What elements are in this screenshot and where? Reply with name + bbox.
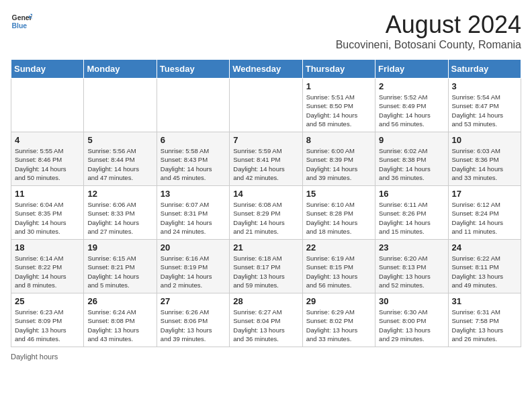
- day-info: Sunrise: 6:03 AM Sunset: 8:36 PM Dayligh…: [452, 146, 517, 182]
- calendar-cell: 4Sunrise: 5:55 AM Sunset: 8:46 PM Daylig…: [11, 132, 84, 186]
- day-info: Sunrise: 5:52 AM Sunset: 8:49 PM Dayligh…: [379, 93, 444, 128]
- day-number: 2: [379, 81, 444, 91]
- day-number: 13: [161, 189, 226, 199]
- calendar-cell: 6Sunrise: 5:58 AM Sunset: 8:43 PM Daylig…: [157, 132, 229, 186]
- day-number: 17: [452, 189, 517, 199]
- day-info: Sunrise: 6:27 AM Sunset: 8:04 PM Dayligh…: [233, 308, 298, 343]
- footer-note: Daylight hours: [11, 353, 521, 361]
- week-row-3: 11Sunrise: 6:04 AM Sunset: 8:35 PM Dayli…: [11, 186, 521, 240]
- logo-icon: General Blue: [11, 11, 32, 32]
- day-number: 23: [379, 242, 444, 253]
- day-info: Sunrise: 6:12 AM Sunset: 8:24 PM Dayligh…: [452, 200, 517, 236]
- day-number: 9: [379, 135, 444, 145]
- day-number: 29: [306, 296, 371, 306]
- calendar-cell: 7Sunrise: 5:59 AM Sunset: 8:41 PM Daylig…: [230, 132, 302, 186]
- calendar-cell: 17Sunrise: 6:12 AM Sunset: 8:24 PM Dayli…: [448, 186, 521, 240]
- calendar-cell: 30Sunrise: 6:30 AM Sunset: 8:00 PM Dayli…: [375, 293, 448, 347]
- day-number: 22: [306, 242, 371, 253]
- day-number: 14: [233, 189, 298, 199]
- calendar-cell: 9Sunrise: 6:02 AM Sunset: 8:38 PM Daylig…: [375, 132, 448, 186]
- calendar-cell: 11Sunrise: 6:04 AM Sunset: 8:35 PM Dayli…: [11, 186, 84, 240]
- day-header-saturday: Saturday: [448, 60, 521, 79]
- day-number: 26: [87, 296, 152, 306]
- day-info: Sunrise: 6:00 AM Sunset: 8:39 PM Dayligh…: [306, 146, 371, 182]
- logo: General Blue: [11, 11, 32, 32]
- calendar-cell: 12Sunrise: 6:06 AM Sunset: 8:33 PM Dayli…: [84, 186, 157, 240]
- day-number: 15: [306, 189, 371, 199]
- day-number: 19: [87, 242, 152, 253]
- calendar-cell: 18Sunrise: 6:14 AM Sunset: 8:22 PM Dayli…: [11, 240, 84, 293]
- day-number: 25: [15, 296, 80, 306]
- day-info: Sunrise: 6:14 AM Sunset: 8:22 PM Dayligh…: [15, 254, 80, 289]
- day-info: Sunrise: 6:02 AM Sunset: 8:38 PM Dayligh…: [379, 146, 444, 182]
- day-info: Sunrise: 6:19 AM Sunset: 8:15 PM Dayligh…: [306, 254, 371, 289]
- week-row-5: 25Sunrise: 6:23 AM Sunset: 8:09 PM Dayli…: [11, 293, 521, 347]
- day-number: 8: [306, 135, 371, 145]
- day-info: Sunrise: 5:56 AM Sunset: 8:44 PM Dayligh…: [87, 146, 152, 182]
- calendar-cell: 25Sunrise: 6:23 AM Sunset: 8:09 PM Dayli…: [11, 293, 84, 347]
- calendar-cell: 29Sunrise: 6:29 AM Sunset: 8:02 PM Dayli…: [302, 293, 375, 347]
- day-info: Sunrise: 6:26 AM Sunset: 8:06 PM Dayligh…: [161, 308, 226, 343]
- day-number: 16: [379, 189, 444, 199]
- calendar-cell: [11, 79, 84, 132]
- day-info: Sunrise: 6:18 AM Sunset: 8:17 PM Dayligh…: [233, 254, 298, 289]
- day-info: Sunrise: 5:54 AM Sunset: 8:47 PM Dayligh…: [452, 93, 517, 128]
- day-number: 18: [15, 242, 80, 253]
- calendar-cell: 22Sunrise: 6:19 AM Sunset: 8:15 PM Dayli…: [302, 240, 375, 293]
- day-number: 12: [87, 189, 152, 199]
- day-header-monday: Monday: [84, 60, 157, 79]
- header-row: SundayMondayTuesdayWednesdayThursdayFrid…: [11, 60, 521, 79]
- day-info: Sunrise: 6:23 AM Sunset: 8:09 PM Dayligh…: [15, 308, 80, 343]
- day-info: Sunrise: 6:24 AM Sunset: 8:08 PM Dayligh…: [87, 308, 152, 343]
- day-info: Sunrise: 6:11 AM Sunset: 8:26 PM Dayligh…: [379, 200, 444, 236]
- day-number: 3: [452, 81, 517, 91]
- day-info: Sunrise: 6:07 AM Sunset: 8:31 PM Dayligh…: [161, 200, 226, 236]
- day-info: Sunrise: 6:06 AM Sunset: 8:33 PM Dayligh…: [87, 200, 152, 236]
- day-header-tuesday: Tuesday: [157, 60, 229, 79]
- day-info: Sunrise: 6:16 AM Sunset: 8:19 PM Dayligh…: [161, 254, 226, 289]
- day-info: Sunrise: 6:20 AM Sunset: 8:13 PM Dayligh…: [379, 254, 444, 289]
- day-info: Sunrise: 6:29 AM Sunset: 8:02 PM Dayligh…: [306, 308, 371, 343]
- calendar-cell: 8Sunrise: 6:00 AM Sunset: 8:39 PM Daylig…: [302, 132, 375, 186]
- title-area: August 2024 Bucovineni, Botosani County,…: [336, 11, 521, 51]
- day-number: 10: [452, 135, 517, 145]
- day-header-wednesday: Wednesday: [230, 60, 302, 79]
- calendar-cell: 28Sunrise: 6:27 AM Sunset: 8:04 PM Dayli…: [230, 293, 302, 347]
- calendar-cell: 20Sunrise: 6:16 AM Sunset: 8:19 PM Dayli…: [157, 240, 229, 293]
- header: General Blue August 2024 Bucovineni, Bot…: [11, 11, 521, 51]
- week-row-2: 4Sunrise: 5:55 AM Sunset: 8:46 PM Daylig…: [11, 132, 521, 186]
- day-number: 11: [15, 189, 80, 199]
- day-header-thursday: Thursday: [302, 60, 375, 79]
- day-info: Sunrise: 5:55 AM Sunset: 8:46 PM Dayligh…: [15, 146, 80, 182]
- calendar-cell: 5Sunrise: 5:56 AM Sunset: 8:44 PM Daylig…: [84, 132, 157, 186]
- day-info: Sunrise: 6:22 AM Sunset: 8:11 PM Dayligh…: [452, 254, 517, 289]
- day-info: Sunrise: 5:58 AM Sunset: 8:43 PM Dayligh…: [161, 146, 226, 182]
- calendar-cell: 16Sunrise: 6:11 AM Sunset: 8:26 PM Dayli…: [375, 186, 448, 240]
- day-info: Sunrise: 6:10 AM Sunset: 8:28 PM Dayligh…: [306, 200, 371, 236]
- calendar-cell: 15Sunrise: 6:10 AM Sunset: 8:28 PM Dayli…: [302, 186, 375, 240]
- calendar: SundayMondayTuesdayWednesdayThursdayFrid…: [11, 59, 521, 347]
- day-info: Sunrise: 6:04 AM Sunset: 8:35 PM Dayligh…: [15, 200, 80, 236]
- calendar-cell: 10Sunrise: 6:03 AM Sunset: 8:36 PM Dayli…: [448, 132, 521, 186]
- calendar-cell: 23Sunrise: 6:20 AM Sunset: 8:13 PM Dayli…: [375, 240, 448, 293]
- day-header-sunday: Sunday: [11, 60, 84, 79]
- day-number: 5: [87, 135, 152, 145]
- svg-text:Blue: Blue: [12, 22, 28, 30]
- calendar-cell: 31Sunrise: 6:31 AM Sunset: 7:58 PM Dayli…: [448, 293, 521, 347]
- day-info: Sunrise: 6:08 AM Sunset: 8:29 PM Dayligh…: [233, 200, 298, 236]
- subtitle: Bucovineni, Botosani County, Romania: [336, 39, 521, 51]
- calendar-cell: 27Sunrise: 6:26 AM Sunset: 8:06 PM Dayli…: [157, 293, 229, 347]
- calendar-cell: 1Sunrise: 5:51 AM Sunset: 8:50 PM Daylig…: [302, 79, 375, 132]
- day-info: Sunrise: 5:59 AM Sunset: 8:41 PM Dayligh…: [233, 146, 298, 182]
- day-number: 21: [233, 242, 298, 253]
- day-number: 27: [161, 296, 226, 306]
- day-number: 4: [15, 135, 80, 145]
- day-info: Sunrise: 6:15 AM Sunset: 8:21 PM Dayligh…: [87, 254, 152, 289]
- week-row-4: 18Sunrise: 6:14 AM Sunset: 8:22 PM Dayli…: [11, 240, 521, 293]
- calendar-cell: [230, 79, 302, 132]
- calendar-cell: [84, 79, 157, 132]
- day-number: 24: [452, 242, 517, 253]
- calendar-cell: 19Sunrise: 6:15 AM Sunset: 8:21 PM Dayli…: [84, 240, 157, 293]
- calendar-cell: 2Sunrise: 5:52 AM Sunset: 8:49 PM Daylig…: [375, 79, 448, 132]
- day-number: 28: [233, 296, 298, 306]
